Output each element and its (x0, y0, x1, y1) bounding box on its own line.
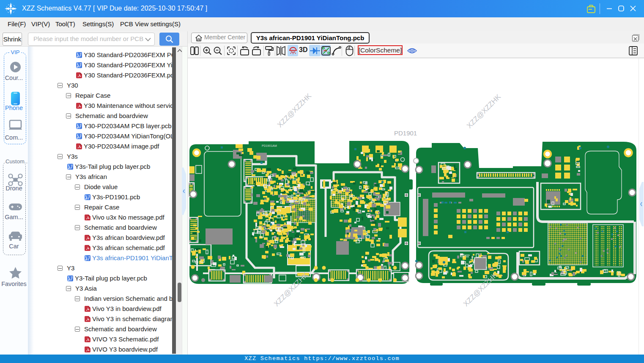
svg-text:PD1901: PD1901 (394, 129, 417, 137)
svg-text:XZZ@XZZHK: XZZ@XZZHK (465, 93, 502, 130)
svg-text:PD1901AM: PD1901AM (262, 144, 277, 147)
svg-text:XZZ@XZZHK: XZZ@XZZHK (276, 92, 313, 129)
